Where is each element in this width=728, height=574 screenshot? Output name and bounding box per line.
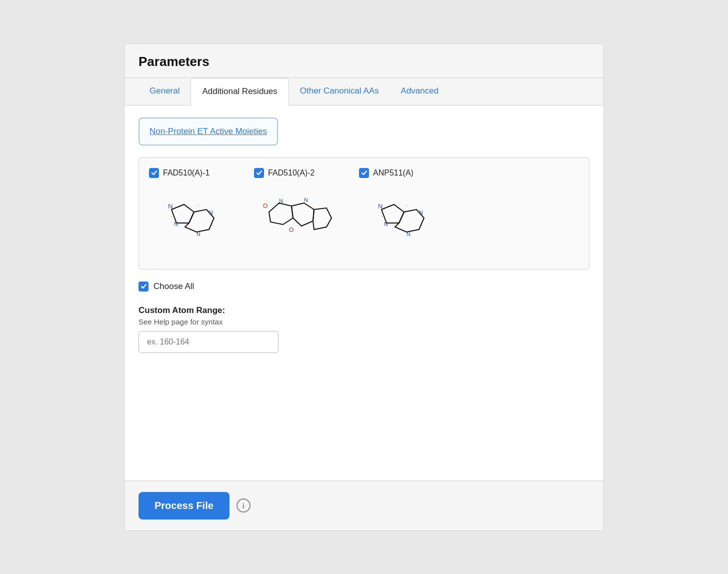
checkbox-fad510a2[interactable]	[254, 168, 264, 178]
svg-text:N: N	[384, 221, 388, 227]
process-file-button[interactable]: Process File	[138, 492, 230, 520]
svg-text:·: ·	[422, 222, 423, 228]
molecule-svg-fad510a2: N N O O	[254, 182, 339, 257]
residue-label-row-anp511a: ANP511(A)	[359, 168, 414, 178]
residue-name-fad510a1: FAD510(A)-1	[163, 168, 210, 178]
panel-header: Parameters	[124, 44, 604, 78]
svg-text:·: ·	[171, 214, 172, 219]
molecule-svg-fad510a1: N N N N N · · · ·	[149, 182, 234, 257]
residue-item-fad510a2: FAD510(A)-2 N	[254, 168, 339, 257]
svg-text:·: ·	[381, 214, 382, 219]
svg-text:N: N	[174, 221, 178, 227]
svg-text:N: N	[419, 210, 423, 216]
svg-text:·: ·	[187, 226, 188, 231]
tab-other-canonical[interactable]: Other Canonical AAs	[289, 78, 390, 105]
svg-text:N: N	[304, 197, 308, 203]
checkbox-anp511a[interactable]	[359, 168, 369, 178]
tab-general[interactable]: General	[138, 78, 190, 105]
choose-all-label: Choose All	[154, 282, 194, 292]
tab-advanced[interactable]: Advanced	[390, 78, 450, 105]
custom-atom-section: Custom Atom Range: See Help page for syn…	[138, 306, 590, 353]
svg-text:N: N	[209, 210, 213, 216]
moieties-link[interactable]: Non-Protein ET Active Moieties	[150, 126, 267, 136]
residue-name-anp511a: ANP511(A)	[373, 168, 414, 178]
svg-text:·: ·	[397, 226, 398, 231]
residues-row: FAD510(A)-1 N N N	[149, 168, 579, 257]
svg-marker-13	[313, 208, 332, 230]
residues-section: FAD510(A)-1 N N N	[138, 158, 590, 270]
svg-text:O: O	[289, 226, 294, 234]
custom-atom-title: Custom Atom Range:	[138, 306, 590, 316]
svg-text:·: ·	[407, 202, 408, 208]
panel-body: Non-Protein ET Active Moieties FAD510(A)…	[124, 106, 604, 480]
custom-atom-hint: See Help page for syntax	[138, 318, 590, 326]
choose-all-row: Choose All	[138, 282, 590, 292]
moieties-box: Non-Protein ET Active Moieties	[138, 118, 278, 146]
svg-text:N: N	[196, 231, 200, 237]
residue-label-row-fad510a2: FAD510(A)-2	[254, 168, 314, 178]
svg-text:·: ·	[197, 202, 198, 208]
svg-text:O: O	[263, 202, 268, 210]
svg-text:N: N	[378, 202, 382, 210]
svg-marker-12	[292, 203, 314, 226]
residue-name-fad510a2: FAD510(A)-2	[268, 168, 314, 178]
svg-text:N: N	[168, 202, 172, 210]
residue-item-anp511a: ANP511(A) N N N N · ·	[359, 168, 444, 257]
checkbox-choose-all[interactable]	[138, 282, 148, 292]
svg-text:N: N	[279, 198, 283, 204]
tab-additional-residues[interactable]: Additional Residues	[190, 78, 288, 106]
checkbox-fad510a1[interactable]	[149, 168, 159, 178]
panel-footer: Process File i	[124, 480, 604, 530]
atom-range-input[interactable]	[138, 331, 278, 353]
molecule-svg-anp511a: N N N N · · · ·	[359, 182, 444, 257]
tabs-row: General Additional Residues Other Canoni…	[124, 78, 604, 106]
svg-marker-11	[269, 203, 293, 224]
parameters-panel: Parameters General Additional Residues O…	[124, 44, 604, 531]
residue-item-fad510a1: FAD510(A)-1 N N N	[149, 168, 234, 257]
residue-label-row-fad510a1: FAD510(A)-1	[149, 168, 210, 178]
info-icon[interactable]: i	[236, 498, 250, 512]
svg-text:N: N	[406, 231, 410, 237]
panel-title: Parameters	[138, 54, 590, 70]
info-icon-label: i	[242, 502, 244, 510]
svg-text:·: ·	[212, 222, 213, 228]
